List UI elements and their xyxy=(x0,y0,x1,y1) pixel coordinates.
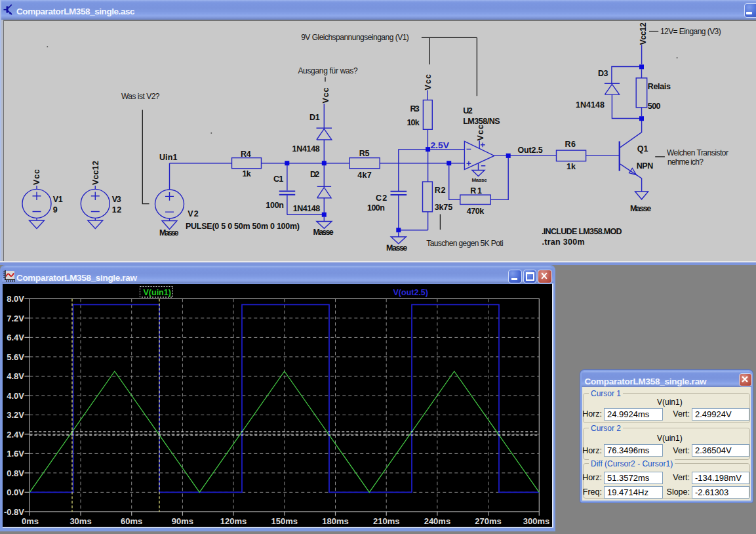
svg-text:R2: R2 xyxy=(435,186,446,195)
svg-text:ComparatorLM358_single.raw: ComparatorLM358_single.raw xyxy=(16,273,137,283)
svg-text:D1: D1 xyxy=(309,113,320,122)
svg-text:9V Gleichspannungseingang (V1): 9V Gleichspannungseingang (V1) xyxy=(301,33,409,42)
svg-text:1N4148: 1N4148 xyxy=(576,100,605,110)
svg-text:Vcc: Vcc xyxy=(321,87,330,103)
svg-text:500: 500 xyxy=(648,102,661,111)
svg-text:100n: 100n xyxy=(367,203,385,213)
svg-text:V2: V2 xyxy=(188,209,199,218)
svg-text:Uin1: Uin1 xyxy=(159,153,178,162)
svg-text:3.2V: 3.2V xyxy=(7,410,24,420)
svg-text:60ms: 60ms xyxy=(121,516,142,526)
svg-text:150ms: 150ms xyxy=(271,516,298,526)
svg-text:270ms: 270ms xyxy=(475,516,501,526)
svg-text:Q1: Q1 xyxy=(637,144,648,154)
svg-text:Masse: Masse xyxy=(630,204,651,213)
svg-text:12: 12 xyxy=(112,205,122,215)
svg-text:0.0V: 0.0V xyxy=(7,487,24,497)
svg-text:4.8V: 4.8V xyxy=(7,371,24,381)
svg-text:-0.8V: -0.8V xyxy=(4,507,24,517)
svg-text:7.2V: 7.2V xyxy=(7,314,24,323)
svg-text:V1: V1 xyxy=(53,195,63,204)
svg-text:300ms: 300ms xyxy=(523,516,549,526)
svg-text:1.6V: 1.6V xyxy=(7,449,24,459)
svg-text:U2: U2 xyxy=(463,106,472,115)
svg-text:5.6V: 5.6V xyxy=(7,352,24,362)
svg-text:R6: R6 xyxy=(565,140,576,149)
svg-text:30ms: 30ms xyxy=(70,516,91,526)
svg-text:PULSE(0 5 0 50m 50m 0 100m): PULSE(0 5 0 50m 50m 0 100m) xyxy=(186,222,300,231)
svg-text:Out2.5: Out2.5 xyxy=(518,146,543,155)
svg-text:Vcc12: Vcc12 xyxy=(639,22,648,45)
svg-text:6.4V: 6.4V xyxy=(7,333,24,342)
svg-text:NPN: NPN xyxy=(637,161,654,171)
svg-text:ComparatorLM358_single.raw: ComparatorLM358_single.raw xyxy=(585,377,707,386)
svg-text:Tauschen gegen 5K Poti: Tauschen gegen 5K Poti xyxy=(426,239,503,248)
svg-text:R4: R4 xyxy=(241,150,251,159)
svg-text:R1: R1 xyxy=(470,186,482,195)
svg-text:2.5V: 2.5V xyxy=(430,141,449,150)
svg-text:100n: 100n xyxy=(266,201,284,210)
svg-text:LM358/NS: LM358/NS xyxy=(463,117,500,126)
svg-text:C1: C1 xyxy=(273,175,283,184)
svg-text:Vcc12: Vcc12 xyxy=(91,161,100,185)
svg-text:R3: R3 xyxy=(410,104,419,113)
svg-text:8.0V: 8.0V xyxy=(7,294,24,304)
svg-text:1N4148: 1N4148 xyxy=(293,204,321,213)
svg-text:180ms: 180ms xyxy=(322,516,348,526)
svg-text:Masse: Masse xyxy=(313,228,334,237)
svg-text:C2: C2 xyxy=(376,194,387,203)
svg-text:4k7: 4k7 xyxy=(357,171,371,180)
svg-text:0ms: 0ms xyxy=(22,516,39,526)
svg-text:90ms: 90ms xyxy=(172,516,193,526)
svg-text:3k75: 3k75 xyxy=(435,203,452,212)
svg-text:D2: D2 xyxy=(310,170,319,179)
svg-text:.INCLUDE LM358.MOD: .INCLUDE LM358.MOD xyxy=(542,227,622,236)
svg-text:10k: 10k xyxy=(407,118,419,127)
svg-text:240ms: 240ms xyxy=(424,516,450,526)
svg-text:V3: V3 xyxy=(112,195,121,204)
svg-text:V(uin1): V(uin1) xyxy=(144,288,171,297)
svg-text:Masse: Masse xyxy=(472,177,488,183)
svg-text:Vcc: Vcc xyxy=(476,125,485,141)
svg-text:1N4148: 1N4148 xyxy=(292,144,320,154)
svg-text:Relais: Relais xyxy=(648,82,671,91)
svg-text:Vcc: Vcc xyxy=(32,169,41,185)
svg-text:0.8V: 0.8V xyxy=(7,468,24,478)
svg-text:2.4V: 2.4V xyxy=(7,430,24,440)
svg-text:12V= Eingang (V3): 12V= Eingang (V3) xyxy=(660,27,721,36)
svg-text:Welchen Transistor: Welchen Transistor xyxy=(667,148,728,157)
svg-text:R5: R5 xyxy=(359,149,370,158)
svg-text:.tran 300m: .tran 300m xyxy=(542,237,585,247)
svg-text:Vcc: Vcc xyxy=(424,74,433,91)
svg-text:470k: 470k xyxy=(467,207,485,216)
svg-text:Masse: Masse xyxy=(386,243,407,253)
svg-text:ComparatorLM358_single.asc: ComparatorLM358_single.asc xyxy=(16,7,135,16)
svg-text:Masse: Masse xyxy=(159,228,179,237)
svg-text:9: 9 xyxy=(53,205,58,215)
svg-text:120ms: 120ms xyxy=(220,516,247,526)
svg-text:Was ist V2?: Was ist V2? xyxy=(121,92,160,101)
svg-text:nehme ich?: nehme ich? xyxy=(667,157,704,167)
svg-text:Ausgang für was?: Ausgang für was? xyxy=(298,66,358,75)
svg-text:1k: 1k xyxy=(243,169,251,178)
svg-text:210ms: 210ms xyxy=(373,516,399,526)
svg-text:1k: 1k xyxy=(567,162,576,171)
svg-text:4.0V: 4.0V xyxy=(7,391,24,401)
svg-text:D3: D3 xyxy=(598,69,608,78)
svg-text:V(out2.5): V(out2.5) xyxy=(393,288,428,297)
